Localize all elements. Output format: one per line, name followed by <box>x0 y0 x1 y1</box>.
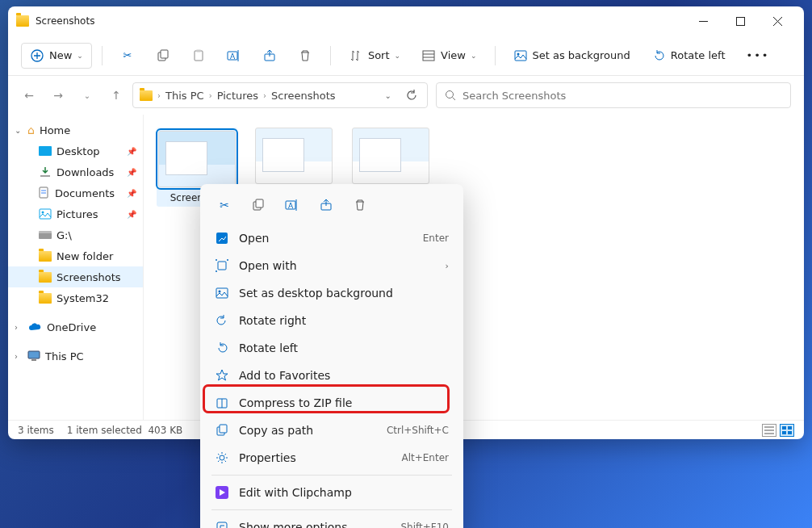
set-background-button[interactable]: Set as background <box>505 44 638 68</box>
sidebar-item-desktop[interactable]: Desktop 📌 <box>8 140 143 161</box>
ctx-rotate-right[interactable]: Rotate right <box>205 307 458 334</box>
cut-button[interactable]: ✂ <box>112 44 143 68</box>
svg-rect-1 <box>736 17 744 25</box>
minimize-button[interactable] <box>684 8 722 34</box>
thumbnail-image <box>255 128 333 184</box>
file-thumbnail[interactable] <box>253 128 334 184</box>
rotate-right-icon <box>215 313 229 328</box>
navigation-pane: ⌄ ⌂ Home Desktop 📌 Downloads 📌 Documents… <box>8 115 144 420</box>
ctx-compress-zip[interactable]: Compress to ZIP file <box>205 389 458 417</box>
copy-icon <box>156 48 170 63</box>
sidebar-item-documents[interactable]: Documents 📌 <box>8 182 143 203</box>
sidebar-home[interactable]: ⌄ ⌂ Home <box>8 119 143 140</box>
breadcrumb-thispc[interactable]: This PC <box>165 90 204 102</box>
maximize-button[interactable] <box>722 8 759 34</box>
rotate-left-icon <box>215 341 229 355</box>
address-bar[interactable]: › This PC › Pictures › Screenshots ⌄ <box>132 82 428 108</box>
refresh-button[interactable] <box>403 90 421 101</box>
view-button[interactable]: View ⌄ <box>413 44 484 68</box>
breadcrumb-pictures[interactable]: Pictures <box>217 90 258 102</box>
thumbnail-image <box>158 131 236 187</box>
svg-text:A: A <box>230 52 236 61</box>
clipboard-icon <box>191 48 206 63</box>
ctx-open[interactable]: Open Enter <box>205 224 458 252</box>
folder-icon <box>39 272 52 283</box>
svg-rect-14 <box>515 51 526 61</box>
svg-point-42 <box>216 270 217 272</box>
svg-rect-40 <box>218 262 226 270</box>
ctx-copy-button[interactable] <box>244 192 273 218</box>
monitor-icon <box>27 350 40 362</box>
ctx-set-desktop-bg[interactable]: Set as desktop background <box>205 279 458 307</box>
sidebar-item-label: Pictures <box>57 208 98 220</box>
folder-icon <box>39 251 52 262</box>
chevron-down-icon[interactable]: ⌄ <box>385 91 398 100</box>
ctx-add-favorites[interactable]: Add to Favorites <box>205 362 458 389</box>
paste-button[interactable] <box>183 44 214 68</box>
view-icon <box>421 48 436 63</box>
ctx-clipchamp[interactable]: Edit with Clipchamp <box>205 479 458 506</box>
sidebar-item-downloads[interactable]: Downloads 📌 <box>8 161 143 182</box>
properties-icon <box>215 450 229 465</box>
more-button[interactable]: ••• <box>739 44 778 66</box>
ctx-share-button[interactable] <box>312 192 341 218</box>
pin-icon: 📌 <box>127 210 136 219</box>
ctx-open-with[interactable]: Open with › <box>205 252 458 279</box>
share-button[interactable] <box>254 44 285 68</box>
back-button[interactable]: ← <box>21 87 37 103</box>
pin-icon: 📌 <box>127 189 136 198</box>
recent-button[interactable]: ⌄ <box>79 87 95 103</box>
sidebar-item-new-folder[interactable]: New folder <box>8 245 143 266</box>
delete-button[interactable] <box>290 44 320 68</box>
svg-rect-31 <box>782 431 786 434</box>
ctx-copy-path-shortcut: Ctrl+Shift+C <box>387 425 449 436</box>
sidebar-item-screenshots[interactable]: Screenshots <box>8 266 143 287</box>
separator <box>211 509 452 510</box>
sidebar-item-pictures[interactable]: Pictures 📌 <box>8 203 143 224</box>
ctx-rotate-left[interactable]: Rotate left <box>205 334 458 362</box>
svg-rect-29 <box>782 426 786 430</box>
downloads-icon <box>39 166 52 178</box>
search-box[interactable] <box>436 82 791 108</box>
up-button[interactable]: ↑ <box>108 87 124 103</box>
expand-icon[interactable]: › <box>15 323 23 332</box>
status-selection: 1 item selected 403 KB <box>67 425 183 436</box>
ctx-show-more[interactable]: Show more options Shift+F10 <box>205 513 458 528</box>
svg-point-15 <box>517 52 519 55</box>
sidebar-item-label: New folder <box>57 250 113 262</box>
chevron-right-icon: › <box>263 91 266 100</box>
copy-button[interactable] <box>148 44 178 68</box>
ctx-clipchamp-label: Edit with Clipchamp <box>239 486 352 499</box>
nav-arrows: ← → ⌄ ↑ <box>21 87 124 103</box>
rename-button[interactable]: A <box>219 44 249 68</box>
sort-button[interactable]: Sort ⌄ <box>341 44 408 68</box>
close-button[interactable] <box>759 8 796 34</box>
open-icon <box>215 231 229 245</box>
sidebar-item-drive-g[interactable]: G:\ <box>8 224 143 245</box>
breadcrumb-screenshots[interactable]: Screenshots <box>271 90 336 102</box>
svg-rect-0 <box>699 21 708 22</box>
new-button[interactable]: New ⌄ <box>21 43 92 69</box>
context-menu: ✂ A Open Enter Open with › Set as deskto… <box>200 184 463 528</box>
ctx-rename-button[interactable]: A <box>278 192 307 218</box>
forward-button[interactable]: → <box>50 87 66 103</box>
separator <box>495 46 496 65</box>
rotate-left-button[interactable]: Rotate left <box>643 44 734 68</box>
collapse-icon[interactable]: ⌄ <box>15 126 23 135</box>
sidebar-onedrive[interactable]: › OneDrive <box>8 316 143 337</box>
file-thumbnail[interactable] <box>350 128 431 184</box>
svg-rect-5 <box>195 51 203 61</box>
sidebar-thispc[interactable]: › This PC <box>8 346 143 367</box>
details-view-button[interactable] <box>762 424 776 437</box>
search-input[interactable] <box>463 90 782 102</box>
ctx-cut-button[interactable]: ✂ <box>210 192 239 218</box>
sidebar-item-system32[interactable]: System32 <box>8 287 143 308</box>
command-toolbar: New ⌄ ✂ A Sort ⌄ View ⌄ Set as backgroun… <box>8 36 804 76</box>
thumbnails-view-button[interactable] <box>780 424 794 437</box>
sidebar-item-label: G:\ <box>57 229 72 241</box>
sidebar-item-label: System32 <box>57 292 109 304</box>
ctx-properties[interactable]: Properties Alt+Enter <box>205 444 458 471</box>
ctx-copy-path[interactable]: Copy as path Ctrl+Shift+C <box>205 417 458 444</box>
ctx-delete-button[interactable] <box>345 192 375 218</box>
expand-icon[interactable]: › <box>15 352 23 361</box>
